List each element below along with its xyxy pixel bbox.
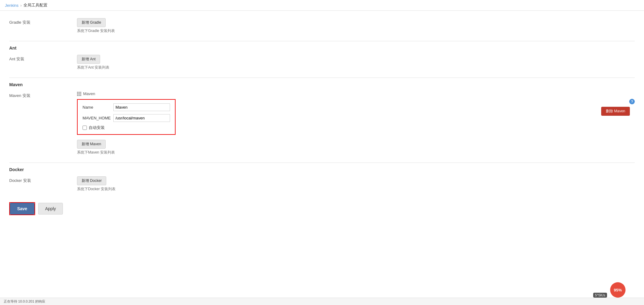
ant-install-label: Ant 安装 xyxy=(9,55,77,62)
add-ant-button[interactable]: 新增 Ant xyxy=(77,55,100,64)
docker-section: Docker Docker 安装 新增 Docker 系统下Docker 安装列… xyxy=(9,167,635,193)
delete-maven-button[interactable]: 删除 Maven xyxy=(601,107,630,116)
maven-section: Maven Maven 安装 Maven xyxy=(9,82,635,156)
maven-section-row: Maven Name MAVEN_HOME xyxy=(77,91,635,135)
maven-add-wrapper: 新增 Maven 系统下Maven 安装列表 xyxy=(77,140,635,155)
ant-install-row: Ant 安装 新增 Ant 系统下Ant 安装列表 xyxy=(9,54,635,71)
maven-name-input[interactable] xyxy=(113,103,170,111)
add-maven-button[interactable]: 新增 Maven xyxy=(77,140,106,149)
maven-install-label: Maven 安装 xyxy=(9,91,77,98)
save-button[interactable]: Save xyxy=(10,203,34,215)
breadcrumb-current: 全局工具配置 xyxy=(23,2,47,8)
gradle-hint: 系统下Gradle 安装列表 xyxy=(77,28,635,34)
auto-install-row: 自动安装 xyxy=(83,125,170,130)
maven-home-row: MAVEN_HOME xyxy=(83,114,170,122)
ant-title: Ant xyxy=(9,46,635,50)
maven-home-label: MAVEN_HOME xyxy=(83,116,113,120)
status-bar: 正在等待 10.0.0.201 的响应 xyxy=(0,298,644,303)
maven-config-wrapper: Maven Name MAVEN_HOME xyxy=(77,91,176,135)
breadcrumb: Jenkins › 全局工具配置 xyxy=(0,0,644,11)
maven-hint: 系统下Maven 安装列表 xyxy=(77,150,635,155)
docker-install-content: 新增 Docker 系统下Docker 安装列表 xyxy=(77,176,635,192)
docker-install-row: Docker 安装 新增 Docker 系统下Docker 安装列表 xyxy=(9,175,635,193)
docker-hint: 系统下Docker 安装列表 xyxy=(77,187,635,192)
maven-name-row: Name xyxy=(83,103,170,111)
gradle-install-content: 新增 Gradle 系统下Gradle 安装列表 xyxy=(77,18,635,34)
maven-install-content: Maven Name MAVEN_HOME xyxy=(77,91,635,155)
ant-section: Ant Ant 安装 新增 Ant 系统下Ant 安装列表 xyxy=(9,46,635,71)
maven-config-title: Maven xyxy=(83,91,95,96)
maven-install-row: Maven 安装 Maven xyxy=(9,90,635,156)
gradle-install-label: Gradle 安装 xyxy=(9,18,77,25)
save-button-wrapper: Save xyxy=(9,202,35,215)
breadcrumb-home[interactable]: Jenkins xyxy=(5,3,18,8)
auto-install-label: 自动安装 xyxy=(89,125,105,130)
ant-hint: 系统下Ant 安装列表 xyxy=(77,65,635,70)
main-content: Gradle 安装 新增 Gradle 系统下Gradle 安装列表 Ant A… xyxy=(0,11,644,303)
bottom-buttons: Save Apply xyxy=(9,202,635,215)
help-icon[interactable]: ? xyxy=(629,99,635,104)
progress-badge: 95% xyxy=(610,282,626,298)
apply-button[interactable]: Apply xyxy=(38,203,63,215)
maven-name-label: Name xyxy=(83,105,113,110)
gradle-section: Gradle 安装 新增 Gradle 系统下Gradle 安装列表 xyxy=(9,17,635,35)
auto-install-checkbox[interactable] xyxy=(83,126,87,130)
status-text: 正在等待 10.0.0.201 的响应 xyxy=(4,299,45,303)
ant-install-content: 新增 Ant 系统下Ant 安装列表 xyxy=(77,55,635,70)
maven-home-input[interactable] xyxy=(113,114,170,122)
add-gradle-button[interactable]: 新增 Gradle xyxy=(77,18,106,27)
docker-title: Docker xyxy=(9,167,635,172)
drag-handle-icon xyxy=(77,92,81,96)
maven-config-box: Name MAVEN_HOME 自动安装 xyxy=(77,99,176,135)
gradle-install-row: Gradle 安装 新增 Gradle 系统下Gradle 安装列表 xyxy=(9,17,635,35)
add-docker-button[interactable]: 新增 Docker xyxy=(77,176,106,185)
docker-install-label: Docker 安装 xyxy=(9,176,77,183)
breadcrumb-separator: › xyxy=(20,3,22,8)
maven-title: Maven xyxy=(9,82,635,87)
network-badge: 5^5K/s xyxy=(593,293,607,298)
maven-config-header: Maven xyxy=(77,91,176,96)
